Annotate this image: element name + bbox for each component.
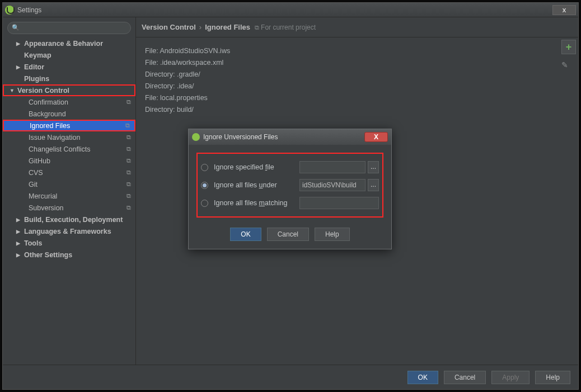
pencil-icon: ✎ — [561, 60, 568, 69]
dialog-footer: OK Cancel Help — [189, 223, 391, 249]
scope-icon: ⧉ — [126, 169, 131, 176]
label: Background — [29, 110, 66, 118]
label: Confirmation — [29, 98, 68, 106]
label: For current project — [261, 23, 316, 31]
chevron-right-icon: ▶ — [16, 217, 24, 223]
tree-languages[interactable]: ▶Languages & Frameworks — [3, 225, 135, 237]
directory-path-input[interactable] — [299, 179, 366, 191]
tree-vc-subversion[interactable]: Subversion⧉ — [3, 202, 135, 214]
tree-plugins[interactable]: Plugins — [3, 73, 135, 84]
app-icon — [192, 133, 200, 141]
label: CVS — [29, 169, 43, 177]
dialog-title: Ignore Unversioned Files — [203, 133, 278, 141]
tree-keymap[interactable]: Keymap — [3, 49, 135, 61]
scope-icon: ⧉ — [125, 122, 130, 129]
scope-icon: ⧉ — [126, 204, 131, 211]
tree-tools[interactable]: ▶Tools — [3, 237, 135, 249]
window-title: Settings — [17, 6, 552, 14]
tree-build[interactable]: ▶Build, Execution, Deployment — [3, 214, 135, 225]
tree-other-settings[interactable]: ▶Other Settings — [3, 249, 135, 261]
tree-vc-issue-nav[interactable]: Issue Navigation⧉ — [3, 131, 135, 143]
list-item[interactable]: File: local.properties — [145, 92, 569, 104]
radio-icon[interactable] — [201, 182, 208, 189]
label: Ignore all files under — [214, 181, 299, 189]
tree-appearance[interactable]: ▶Appearance & Behavior — [3, 37, 135, 49]
footer: OK Cancel Apply Help — [3, 365, 578, 389]
dialog-help-button[interactable]: Help — [315, 228, 350, 241]
scope-icon: ⧉ — [255, 24, 259, 31]
list-item[interactable]: Directory: .gradle/ — [145, 69, 569, 81]
tree-vc-github[interactable]: GitHub⧉ — [3, 155, 135, 167]
breadcrumb-leaf: Ignored Files — [205, 23, 250, 31]
app-icon — [5, 6, 14, 15]
tree-vc-mercurial[interactable]: Mercurial⧉ — [3, 190, 135, 202]
chevron-down-icon: ▼ — [10, 88, 17, 93]
scope-icon: ⧉ — [126, 181, 131, 188]
settings-tree: ▶Appearance & Behavior Keymap ▶Editor Pl… — [3, 37, 135, 365]
label: Version Control — [17, 87, 69, 95]
list-item[interactable]: File: .idea/workspace.xml — [145, 57, 569, 69]
label: Ignored Files — [30, 122, 70, 130]
search-icon: 🔍 — [12, 24, 20, 31]
label: GitHub — [29, 157, 50, 165]
dialog-body: Ignore specified file ... Ignore all fil… — [189, 145, 391, 223]
dialog-ok-button[interactable]: OK — [230, 228, 261, 241]
list-item[interactable]: Directory: .idea/ — [145, 81, 569, 92]
plus-icon: + — [566, 42, 572, 52]
edit-button[interactable]: ✎ — [561, 60, 576, 70]
tree-vc-cvs[interactable]: CVS⧉ — [3, 167, 135, 178]
dialog-cancel-button[interactable]: Cancel — [267, 228, 309, 241]
chevron-right-icon: ▶ — [16, 229, 24, 234]
label: Appearance & Behavior — [24, 40, 103, 48]
pattern-input[interactable] — [299, 197, 379, 209]
list-item[interactable]: File: AndroidStudioSVN.iws — [145, 45, 569, 57]
tree-vc-background[interactable]: Background — [3, 108, 135, 120]
option-files-under[interactable]: Ignore all files under ... — [201, 176, 379, 194]
browse-button[interactable]: ... — [368, 161, 379, 173]
label: Other Settings — [24, 251, 72, 259]
label: Editor — [24, 63, 44, 71]
search-input[interactable] — [7, 22, 131, 34]
ok-button[interactable]: OK — [407, 371, 438, 384]
tree-vc-changelist[interactable]: Changelist Conflicts⧉ — [3, 143, 135, 155]
search-wrap: 🔍 — [3, 17, 135, 37]
tree-vc-ignored-files[interactable]: Ignored Files⧉ — [3, 120, 135, 131]
radio-icon[interactable] — [201, 200, 208, 207]
label: Tools — [24, 239, 42, 247]
label: Ignore all files matching — [214, 199, 299, 207]
scope-icon: ⧉ — [126, 192, 131, 200]
breadcrumb-root[interactable]: Version Control — [142, 23, 196, 31]
label: Keymap — [24, 51, 51, 59]
tree-vc-confirmation[interactable]: Confirmation⧉ — [3, 96, 135, 108]
chevron-right-icon: › — [199, 23, 202, 31]
window-close-button[interactable]: x — [552, 5, 576, 15]
label: Subversion — [29, 204, 64, 212]
apply-button[interactable]: Apply — [491, 371, 530, 384]
sidebar: 🔍 ▶Appearance & Behavior Keymap ▶Editor … — [3, 17, 136, 365]
label: Git — [29, 181, 38, 188]
dialog-close-button[interactable]: X — [364, 132, 388, 142]
radio-icon[interactable] — [201, 164, 208, 171]
cancel-button[interactable]: Cancel — [444, 371, 486, 384]
label: Languages & Frameworks — [24, 228, 111, 235]
tree-version-control[interactable]: ▼Version Control — [3, 84, 135, 96]
tree-editor[interactable]: ▶Editor — [3, 61, 135, 73]
titlebar: Settings x — [3, 3, 578, 17]
help-button[interactable]: Help — [535, 371, 570, 384]
label: Changelist Conflicts — [29, 145, 90, 153]
label: Mercurial — [29, 192, 57, 200]
dialog-titlebar: Ignore Unversioned Files X — [189, 129, 391, 145]
chevron-right-icon: ▶ — [16, 240, 24, 246]
browse-button[interactable]: ... — [368, 179, 379, 191]
list-item[interactable]: Directory: build/ — [145, 104, 569, 116]
scope-icon: ⧉ — [126, 145, 131, 153]
add-button[interactable]: + — [561, 40, 576, 54]
label: Build, Execution, Deployment — [24, 216, 123, 224]
option-files-matching[interactable]: Ignore all files matching — [201, 194, 379, 212]
chevron-right-icon: ▶ — [16, 252, 24, 258]
tree-vc-git[interactable]: Git⧉ — [3, 178, 135, 190]
ignore-unversioned-dialog: Ignore Unversioned Files X Ignore specif… — [188, 129, 392, 249]
option-specified-file[interactable]: Ignore specified file ... — [201, 158, 379, 176]
file-path-input[interactable] — [299, 161, 366, 173]
radio-group: Ignore specified file ... Ignore all fil… — [196, 153, 383, 218]
